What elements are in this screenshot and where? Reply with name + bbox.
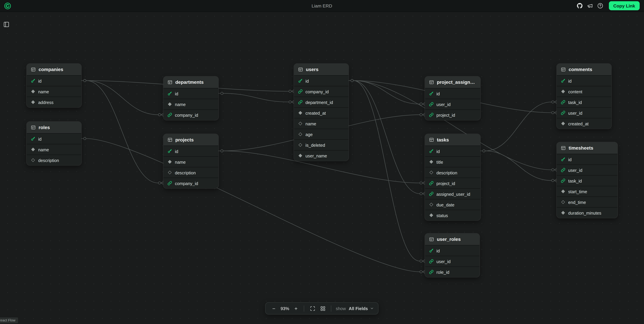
column-row-timesheets-id[interactable]: id — [557, 154, 618, 165]
fit-view-icon[interactable] — [308, 304, 317, 313]
column-row-user_roles-id[interactable]: id — [425, 245, 480, 256]
column-row-timesheets-start_time[interactable]: start_time — [557, 186, 618, 197]
column-row-comments-content[interactable]: content — [557, 86, 611, 97]
key-icon — [561, 79, 566, 83]
column-row-departments-name[interactable]: name — [164, 99, 218, 109]
tidy-up-icon[interactable] — [318, 304, 327, 313]
show-fields-dropdown[interactable]: All Fields — [349, 306, 374, 311]
column-name: project_id — [436, 112, 455, 117]
table-header[interactable]: user_roles — [425, 234, 480, 245]
column-row-projects-id[interactable]: id — [164, 145, 218, 156]
column-row-roles-name[interactable]: name — [27, 144, 81, 154]
column-name: id — [175, 148, 178, 153]
column-row-roles-id[interactable]: id — [27, 133, 81, 144]
column-row-comments-created_at[interactable]: created_at — [557, 118, 611, 129]
help-icon[interactable] — [596, 2, 604, 10]
table-header[interactable]: tasks — [425, 134, 480, 145]
column-row-timesheets-user_id[interactable]: user_id — [557, 165, 618, 175]
column-row-tasks-due_date[interactable]: due_date — [425, 199, 480, 210]
table-node-departments[interactable]: departmentsidnamecompany_id — [164, 77, 218, 120]
diamond-outline-icon — [298, 132, 303, 136]
table-node-tasks[interactable]: tasksidtitledescriptionproject_idassigne… — [425, 134, 480, 220]
panel-left-toggle-icon[interactable] — [2, 21, 10, 28]
column-name: due_date — [436, 202, 454, 207]
table-node-roles[interactable]: rolesidnamedescription — [27, 122, 81, 165]
column-name: content — [568, 89, 582, 94]
reactflow-attribution[interactable]: React Flow — [0, 317, 18, 323]
diamond-icon — [561, 189, 566, 194]
column-row-tasks-description[interactable]: description — [425, 167, 480, 178]
table-header[interactable]: comments — [557, 64, 611, 75]
column-name: id — [175, 91, 178, 96]
column-row-companies-address[interactable]: address — [27, 97, 81, 107]
diamond-outline-icon — [168, 170, 172, 175]
table-header[interactable]: users — [294, 64, 348, 75]
table-name: comments — [568, 67, 592, 72]
column-row-companies-name[interactable]: name — [27, 86, 81, 97]
column-row-tasks-id[interactable]: id — [425, 145, 480, 156]
column-row-comments-task_id[interactable]: task_id — [557, 97, 611, 107]
table-node-timesheets[interactable]: timesheetsiduser_idtask_idstart_timeend_… — [557, 142, 618, 218]
table-header[interactable]: project_assignments — [425, 77, 480, 88]
column-row-timesheets-duration_minutes[interactable]: duration_minutes — [557, 207, 618, 218]
table-node-users[interactable]: usersidcompany_iddepartment_idcreated_at… — [294, 64, 348, 161]
column-row-departments-company_id[interactable]: company_id — [164, 109, 218, 120]
column-row-tasks-assigned_user_id[interactable]: assigned_user_id — [425, 188, 480, 199]
zoom-out-button[interactable]: − — [270, 304, 278, 312]
copy-link-button[interactable]: Copy Link — [609, 1, 640, 10]
column-row-users-age[interactable]: age — [294, 129, 348, 139]
table-header[interactable]: companies — [27, 64, 81, 75]
column-row-users-is_deleted[interactable]: is_deleted — [294, 139, 348, 150]
column-row-project_assignments-id[interactable]: id — [425, 88, 480, 99]
table-node-project_assignments[interactable]: project_assignmentsiduser_idproject_id — [425, 77, 480, 120]
table-icon — [429, 237, 434, 242]
table-header[interactable]: roles — [27, 122, 81, 133]
column-row-companies-id[interactable]: id — [27, 75, 81, 86]
column-row-users-user_name[interactable]: user_name — [294, 150, 348, 161]
table-header[interactable]: projects — [164, 134, 218, 145]
table-header[interactable]: departments — [164, 77, 218, 88]
table-header[interactable]: timesheets — [557, 142, 618, 154]
column-row-tasks-project_id[interactable]: project_id — [425, 178, 480, 188]
column-row-users-created_at[interactable]: created_at — [294, 107, 348, 118]
table-icon — [561, 145, 566, 150]
zoom-toolbar: − 93% + show All Fields — [265, 302, 378, 315]
table-node-comments[interactable]: commentsidcontenttask_iduser_idcreated_a… — [557, 64, 611, 129]
column-row-user_roles-role_id[interactable]: role_id — [425, 266, 480, 277]
column-row-users-name[interactable]: name — [294, 118, 348, 129]
link-icon — [561, 100, 566, 104]
erd-canvas[interactable]: companiesidnameaddressrolesidnamedescrip… — [0, 0, 644, 324]
column-row-users-id[interactable]: id — [294, 75, 348, 86]
zoom-in-button[interactable]: + — [292, 304, 300, 312]
megaphone-icon[interactable] — [586, 2, 594, 10]
table-node-companies[interactable]: companiesidnameaddress — [27, 64, 81, 107]
column-row-user_roles-user_id[interactable]: user_id — [425, 256, 480, 266]
table-node-user_roles[interactable]: user_rolesiduser_idrole_id — [425, 234, 480, 277]
column-name: id — [436, 148, 440, 153]
table-icon — [429, 80, 434, 85]
column-name: id — [38, 78, 42, 83]
column-row-project_assignments-user_id[interactable]: user_id — [425, 99, 480, 109]
column-row-timesheets-task_id[interactable]: task_id — [557, 175, 618, 186]
table-node-projects[interactable]: projectsidnamedescriptioncompany_id — [164, 134, 218, 188]
github-icon[interactable] — [576, 2, 583, 10]
column-row-projects-description[interactable]: description — [164, 167, 218, 178]
column-row-comments-id[interactable]: id — [557, 75, 611, 86]
column-row-comments-user_id[interactable]: user_id — [557, 107, 611, 118]
column-row-users-department_id[interactable]: department_id — [294, 97, 348, 107]
column-row-project_assignments-project_id[interactable]: project_id — [425, 109, 480, 120]
column-row-projects-company_id[interactable]: company_id — [164, 178, 218, 188]
column-row-departments-id[interactable]: id — [164, 88, 218, 99]
liam-logo[interactable] — [4, 2, 11, 9]
column-row-roles-description[interactable]: description — [27, 154, 81, 165]
column-name: user_name — [306, 153, 327, 158]
column-row-projects-name[interactable]: name — [164, 156, 218, 167]
column-name: id — [568, 157, 572, 162]
column-row-tasks-title[interactable]: title — [425, 156, 480, 167]
column-row-timesheets-end_time[interactable]: end_time — [557, 197, 618, 207]
link-icon — [168, 181, 172, 185]
table-name: timesheets — [568, 145, 593, 150]
column-row-users-company_id[interactable]: company_id — [294, 86, 348, 97]
column-row-tasks-status[interactable]: status — [425, 210, 480, 220]
column-name: address — [38, 100, 54, 105]
